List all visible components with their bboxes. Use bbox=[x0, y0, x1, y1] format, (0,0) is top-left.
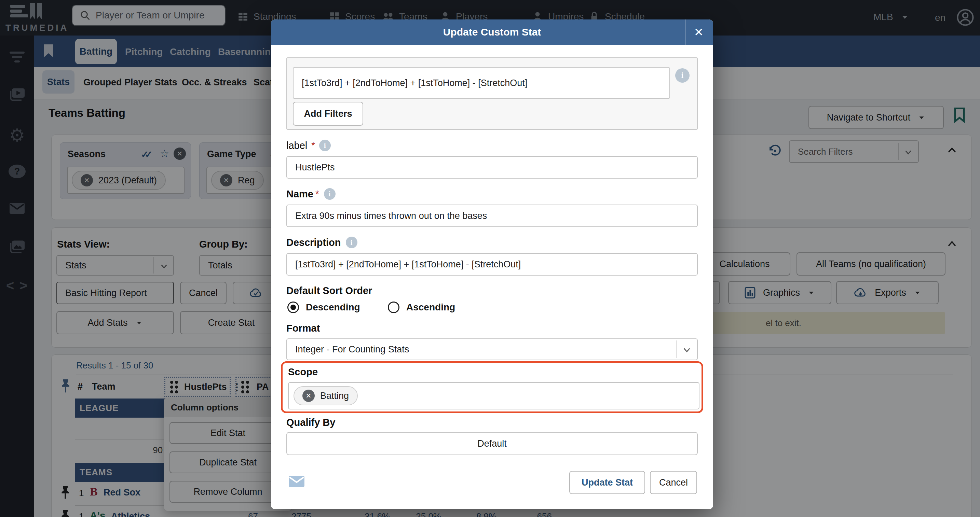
required-asterisk: * bbox=[311, 140, 315, 151]
qualify-by-label: Qualify By bbox=[286, 417, 335, 428]
add-filters-button[interactable]: Add Filters bbox=[293, 102, 363, 126]
modal-header: Update Custom Stat ✕ bbox=[271, 19, 713, 45]
sort-descending-label: Descending bbox=[306, 302, 360, 313]
required-asterisk: * bbox=[315, 189, 319, 200]
modal-cancel-label: Cancel bbox=[659, 477, 688, 488]
modal-cancel-button[interactable]: Cancel bbox=[650, 471, 697, 494]
sort-ascending-option[interactable]: Ascending bbox=[388, 301, 455, 313]
update-stat-label: Update Stat bbox=[582, 477, 633, 488]
formula-input[interactable]: [1stTo3rd] + [2ndToHome] + [1stToHome] -… bbox=[293, 67, 670, 99]
format-value: Integer - For Counting Stats bbox=[295, 344, 409, 355]
modal-title: Update Custom Stat bbox=[271, 19, 713, 45]
description-input[interactable]: [1stTo3rd] + [2ndToHome] + [1stToHome] -… bbox=[286, 253, 698, 276]
sort-descending-option[interactable]: Descending bbox=[287, 301, 360, 313]
header-divider bbox=[685, 19, 686, 45]
formula-value: [1stTo3rd] + [2ndToHome] + [1stToHome] -… bbox=[302, 78, 527, 89]
name-field-row: Name * i bbox=[286, 188, 336, 200]
feedback-mail-icon[interactable] bbox=[288, 475, 305, 488]
sort-order-label: Default Sort Order bbox=[286, 285, 372, 297]
remove-chip-icon[interactable]: ✕ bbox=[302, 390, 315, 402]
update-stat-button[interactable]: Update Stat bbox=[569, 471, 645, 494]
format-select[interactable]: Integer - For Counting Stats bbox=[286, 338, 698, 360]
app-root: TRUMEDIA Player or Team or Umpire Standi… bbox=[0, 0, 980, 517]
chevron-down-icon bbox=[682, 345, 692, 355]
format-label: Format bbox=[286, 323, 320, 334]
label-field-label: label bbox=[286, 140, 307, 151]
label-input[interactable]: HustlePts bbox=[286, 156, 698, 179]
info-icon[interactable]: i bbox=[324, 188, 336, 200]
select-divider bbox=[676, 341, 676, 358]
scope-chip-label: Batting bbox=[320, 391, 349, 401]
qualify-by-value: Default bbox=[477, 438, 507, 449]
description-field-row: Description i bbox=[286, 237, 358, 248]
info-icon[interactable]: i bbox=[675, 68, 690, 82]
scope-label: Scope bbox=[288, 366, 318, 378]
sort-ascending-label: Ascending bbox=[406, 302, 455, 313]
radio-unselected-icon[interactable] bbox=[388, 301, 399, 313]
qualify-by-button[interactable]: Default bbox=[286, 432, 698, 455]
info-icon[interactable]: i bbox=[346, 237, 358, 248]
update-custom-stat-modal: Update Custom Stat ✕ [1stTo3rd] + [2ndTo… bbox=[271, 19, 713, 509]
description-value: [1stTo3rd] + [2ndToHome] + [1stToHome] -… bbox=[295, 259, 521, 270]
scope-box[interactable]: ✕ Batting bbox=[288, 382, 700, 409]
name-value: Extra 90s minus times thrown out on the … bbox=[295, 211, 487, 221]
formula-section: [1stTo3rd] + [2ndToHome] + [1stToHome] -… bbox=[286, 57, 698, 130]
label-field-row: label * i bbox=[286, 140, 331, 151]
scope-highlight: Scope ✕ Batting bbox=[281, 361, 703, 413]
radio-selected-icon[interactable] bbox=[287, 301, 299, 313]
info-icon[interactable]: i bbox=[319, 140, 331, 151]
name-input[interactable]: Extra 90s minus times thrown out on the … bbox=[286, 205, 698, 227]
scope-chip[interactable]: ✕ Batting bbox=[294, 386, 358, 405]
label-value: HustlePts bbox=[295, 162, 335, 173]
description-field-label: Description bbox=[286, 237, 341, 248]
close-icon[interactable]: ✕ bbox=[690, 24, 708, 40]
name-field-label: Name bbox=[286, 189, 313, 200]
